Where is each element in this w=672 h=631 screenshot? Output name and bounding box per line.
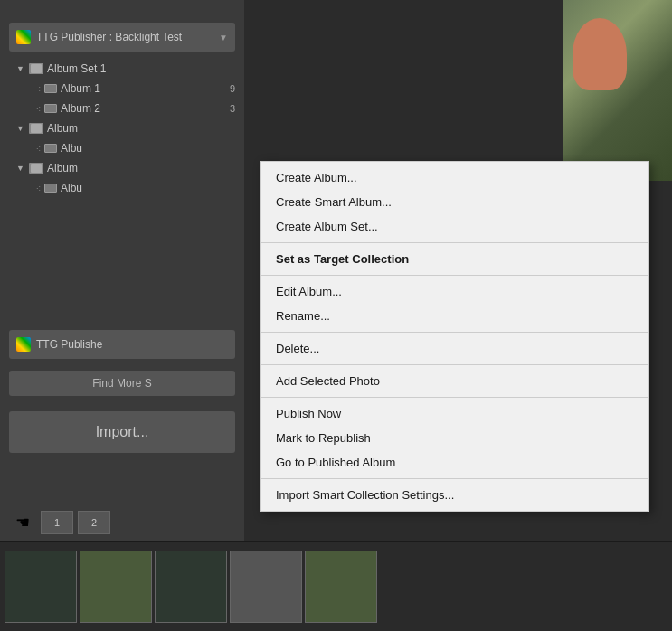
page-2-label: 2 — [91, 517, 97, 528]
photo-thumbnail — [563, 0, 672, 181]
tree-item-album-group-2[interactable]: ▼ Album — [9, 158, 240, 178]
menu-item-edit-album-label: Edit Album... — [276, 285, 342, 298]
menu-item-create-smart-album-label: Create Smart Album... — [276, 195, 392, 209]
filmstrip-thumb-5[interactable] — [305, 551, 377, 623]
filmstrip-thumb-2[interactable] — [80, 551, 152, 623]
page-1-button[interactable]: 1 — [41, 511, 73, 534]
tree-dots-3: ·: — [36, 144, 41, 153]
tree-arrow-3: ▼ — [16, 164, 25, 173]
tree-label-group-1: Album — [47, 122, 240, 135]
filmstrip — [0, 541, 672, 631]
menu-item-publish-now[interactable]: Publish Now — [261, 401, 648, 426]
find-more-label: Find More S — [92, 377, 151, 390]
menu-item-rename[interactable]: Rename... — [261, 304, 648, 328]
menu-item-create-album-set[interactable]: Create Album Set... — [261, 214, 648, 239]
tree-arrow-2: ▼ — [16, 124, 25, 133]
publisher-header-2[interactable]: TTG Publishe — [9, 330, 235, 359]
tree-label-group-2: Album — [47, 162, 240, 174]
menu-item-delete-label: Delete... — [276, 342, 319, 355]
menu-item-go-to-published[interactable]: Go to Published Album — [261, 450, 648, 475]
publisher-sublabel-1: : Backlight Test — [109, 31, 182, 43]
menu-item-create-album-set-label: Create Album Set... — [276, 220, 378, 233]
tree-dots-4: ·: — [36, 184, 41, 193]
menu-separator-2 — [261, 275, 648, 276]
menu-item-import-smart[interactable]: Import Smart Collection Settings... — [261, 483, 648, 507]
album-set-icon-1 — [29, 63, 43, 74]
menu-item-add-selected-photo-label: Add Selected Photo — [276, 374, 380, 388]
hand-tool-icon[interactable]: ☚ — [9, 509, 36, 536]
publisher-label-1: TTG Publisher : Backlight Test — [36, 31, 213, 43]
tree-label-1: Album Set 1 — [47, 62, 240, 75]
page-1-label: 1 — [54, 517, 60, 528]
tree-item-album-2[interactable]: ·: Album 2 3 — [9, 99, 240, 118]
menu-item-mark-republish[interactable]: Mark to Republish — [261, 426, 648, 450]
publisher-dropdown-arrow[interactable]: ▼ — [219, 33, 228, 42]
tree-item-album-group-1[interactable]: ▼ Album — [9, 118, 240, 138]
menu-item-delete[interactable]: Delete... — [261, 336, 648, 361]
album-icon-3 — [44, 144, 57, 153]
menu-item-create-album[interactable]: Create Album... — [261, 165, 648, 190]
page-2-button[interactable]: 2 — [78, 511, 110, 534]
menu-item-go-to-published-label: Go to Published Album — [276, 456, 395, 469]
tree-count-1: 9 — [230, 83, 235, 94]
context-menu: Create Album... Create Smart Album... Cr… — [260, 161, 649, 512]
album-icon-4 — [44, 184, 57, 193]
menu-item-create-smart-album[interactable]: Create Smart Album... — [261, 190, 648, 214]
tree-arrow-1: ▼ — [16, 64, 25, 73]
publisher-label-2: TTG Publishe — [36, 338, 228, 351]
tree-label-albu-2: Albu — [61, 182, 240, 194]
album-set-icon-2 — [29, 123, 43, 134]
navigation-bar: ☚ 1 2 — [0, 504, 244, 541]
tree-item-album-1[interactable]: ·: Album 1 9 — [9, 79, 240, 99]
menu-item-create-album-label: Create Album... — [276, 171, 357, 184]
menu-item-add-selected-photo[interactable]: Add Selected Photo — [261, 369, 648, 393]
menu-item-edit-album[interactable]: Edit Album... — [261, 279, 648, 304]
publisher-icon-1 — [16, 30, 31, 44]
import-button[interactable]: Import... — [9, 411, 235, 453]
tree-dots-1: ·: — [36, 84, 41, 93]
tree-item-albu-1[interactable]: ·: Albu — [9, 138, 240, 158]
tree-count-2: 3 — [230, 103, 235, 114]
menu-item-publish-now-label: Publish Now — [276, 407, 341, 420]
menu-separator-4 — [261, 364, 648, 365]
tree-container: ▼ Album Set 1 ·: Album 1 9 ·: Album 2 3 … — [9, 59, 240, 198]
menu-item-mark-republish-label: Mark to Republish — [276, 431, 371, 445]
publisher-icon-2 — [16, 337, 31, 352]
publisher-header-1[interactable]: TTG Publisher : Backlight Test ▼ — [9, 23, 235, 52]
filmstrip-thumb-4[interactable] — [230, 551, 302, 623]
menu-separator-3 — [261, 332, 648, 333]
filmstrip-thumb-1[interactable] — [5, 551, 77, 623]
tree-label-album-2: Album 2 — [61, 102, 226, 115]
menu-item-rename-label: Rename... — [276, 309, 330, 323]
tree-item-album-set-1[interactable]: ▼ Album Set 1 — [9, 59, 240, 79]
menu-item-set-target-label: Set as Target Collection — [276, 252, 409, 266]
album-icon-2 — [44, 104, 57, 113]
menu-item-import-smart-label: Import Smart Collection Settings... — [276, 488, 454, 502]
menu-item-set-target[interactable]: Set as Target Collection — [261, 247, 648, 271]
menu-separator-6 — [261, 478, 648, 479]
tree-item-albu-2[interactable]: ·: Albu — [9, 178, 240, 198]
menu-separator-5 — [261, 397, 648, 398]
menu-separator-1 — [261, 242, 648, 243]
filmstrip-thumb-3[interactable] — [155, 551, 227, 623]
album-icon-1 — [44, 84, 57, 93]
find-more-button[interactable]: Find More S — [9, 371, 235, 396]
tree-label-albu-1: Albu — [61, 142, 240, 155]
tree-dots-2: ·: — [36, 104, 41, 113]
tree-label-album-1: Album 1 — [61, 82, 226, 95]
import-label: Import... — [96, 424, 149, 440]
album-set-icon-3 — [29, 163, 43, 174]
publisher-name-1: TTG Publisher — [36, 31, 106, 43]
